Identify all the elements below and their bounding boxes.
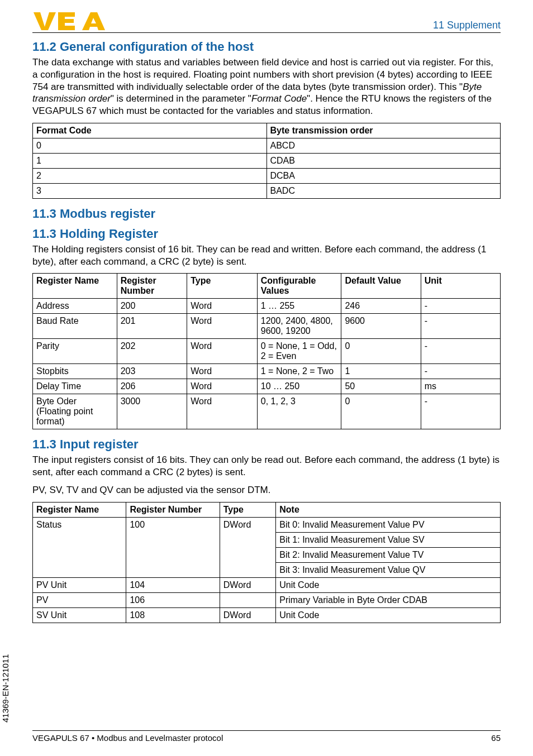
cell: DWord (220, 607, 275, 623)
col-header: Register Number (117, 274, 187, 299)
holding-register-table: Register Name Register Number Type Confi… (32, 273, 501, 429)
cell: 3000 (117, 394, 187, 429)
cell: 9600 (341, 314, 421, 339)
table-row: 0 ABCD (33, 138, 501, 153)
cell: BADC (266, 183, 501, 198)
input-register-table: Register Name Register Number Type Note … (32, 502, 501, 623)
table-row: Baud Rate 201 Word 1200, 2400, 4800, 960… (33, 314, 501, 339)
vega-logo-icon (32, 10, 111, 31)
table-row: PV 106 Primary Variable in Byte Order CD… (33, 592, 501, 607)
cell: 200 (117, 299, 187, 314)
table-row: SV Unit 108 DWord Unit Code (33, 607, 501, 623)
cell: - (421, 339, 500, 364)
cell: - (421, 314, 500, 339)
col-header: Register Name (33, 274, 117, 299)
cell: SV Unit (33, 607, 126, 623)
table-row: PV Unit 104 DWord Unit Code (33, 577, 501, 592)
cell: Stopbits (33, 364, 117, 379)
cell: Status (33, 517, 126, 577)
para-text: " is determined in the parameter " (111, 93, 251, 104)
cell: 246 (341, 299, 421, 314)
cell: ABCD (266, 138, 501, 153)
cell: 0, 1, 2, 3 (257, 394, 341, 429)
cell: 108 (126, 607, 220, 623)
page-header: 11 Supplement (32, 10, 501, 33)
cell: 1 (341, 364, 421, 379)
table-row: Stopbits 203 Word 1 = None, 2 = Two 1 - (33, 364, 501, 379)
section-11-2-paragraph: The data exchange with status and variab… (32, 56, 501, 117)
cell: Bit 3: Invalid Measurement Value QV (276, 562, 501, 577)
table-row: 2 DCBA (33, 168, 501, 183)
cell: Bit 0: Invalid Measurement Value PV (276, 517, 501, 532)
cell: 201 (117, 314, 187, 339)
cell: Word (187, 364, 258, 379)
cell: Word (187, 379, 258, 394)
cell: 2 (33, 168, 267, 183)
table-row: Parity 202 Word 0 = None, 1 = Odd, 2 = E… (33, 339, 501, 364)
section-11-3a-title: 11.3 Modbus register (32, 207, 501, 221)
section-11-3c-paragraph-1: The input registers consist of 16 bits. … (32, 454, 501, 479)
para-ital-2: Format Code (251, 93, 307, 104)
table-row: Status 100 DWord Bit 0: Invalid Measurem… (33, 517, 501, 532)
col-header: Byte transmission order (266, 123, 501, 138)
cell: 1 = None, 2 = Two (257, 364, 341, 379)
cell: Address (33, 299, 117, 314)
table-header-row: Register Name Register Number Type Note (33, 502, 501, 517)
table-row: Delay Time 206 Word 10 … 250 50 ms (33, 379, 501, 394)
footer-left: VEGAPULS 67 • Modbus and Levelmaster pro… (32, 733, 223, 743)
col-header: Register Name (33, 502, 126, 517)
document-id-sidebar: 41369-EN-121011 (1, 654, 10, 722)
cell: 202 (117, 339, 187, 364)
section-11-2-title: 11.2 General configuration of the host (32, 40, 501, 54)
cell: 10 … 250 (257, 379, 341, 394)
col-header: Format Code (33, 123, 267, 138)
logo (32, 10, 111, 31)
cell: CDAB (266, 153, 501, 168)
cell: Word (187, 394, 258, 429)
section-11-3b-paragraph: The Holding registers consist of 16 bit.… (32, 243, 501, 268)
cell: Byte Oder (Floating point format) (33, 394, 117, 429)
cell: 3 (33, 183, 267, 198)
cell (220, 592, 275, 607)
header-section-label: 11 Supplement (433, 20, 501, 31)
cell: DWord (220, 577, 275, 592)
cell: - (421, 394, 500, 429)
cell: Unit Code (276, 607, 501, 623)
col-header: Unit (421, 274, 500, 299)
cell: PV Unit (33, 577, 126, 592)
section-11-3b-title: 11.3 Holding Register (32, 227, 501, 241)
cell: 50 (341, 379, 421, 394)
table-row: 3 BADC (33, 183, 501, 198)
table-row: Address 200 Word 1 … 255 246 - (33, 299, 501, 314)
table-header-row: Format Code Byte transmission order (33, 123, 501, 138)
cell: Bit 1: Invalid Measurement Value SV (276, 532, 501, 547)
col-header: Note (276, 502, 501, 517)
cell: 1 (33, 153, 267, 168)
table-row: 1 CDAB (33, 153, 501, 168)
cell: 0 = None, 1 = Odd, 2 = Even (257, 339, 341, 364)
cell: Word (187, 314, 258, 339)
cell: DCBA (266, 168, 501, 183)
section-11-3c-paragraph-2: PV, SV, TV and QV can be adjusted via th… (32, 484, 501, 496)
cell: - (421, 364, 500, 379)
page-footer: VEGAPULS 67 • Modbus and Levelmaster pro… (32, 730, 501, 743)
cell: ms (421, 379, 500, 394)
svg-marker-0 (34, 12, 56, 30)
cell: Parity (33, 339, 117, 364)
col-header: Register Number (126, 502, 220, 517)
cell: Bit 2: Invalid Measurement Value TV (276, 547, 501, 562)
cell: Baud Rate (33, 314, 117, 339)
cell: - (421, 299, 500, 314)
col-header: Type (187, 274, 258, 299)
footer-page-number: 65 (491, 733, 501, 743)
cell: 0 (341, 394, 421, 429)
para-text: The data exchange with status and variab… (32, 57, 493, 92)
cell: Primary Variable in Byte Order CDAB (276, 592, 501, 607)
cell: 206 (117, 379, 187, 394)
cell: 203 (117, 364, 187, 379)
col-header: Type (220, 502, 275, 517)
cell: 1 … 255 (257, 299, 341, 314)
cell: 0 (33, 138, 267, 153)
col-header: Configurable Values (257, 274, 341, 299)
cell: 0 (341, 339, 421, 364)
